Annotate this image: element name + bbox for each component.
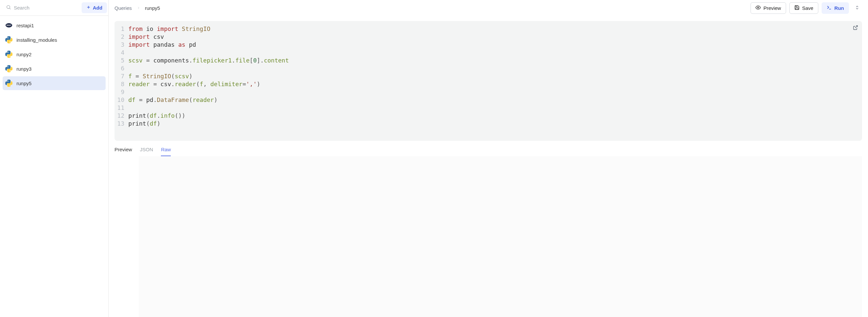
line-number: 2	[117, 33, 128, 41]
code-line[interactable]: 1from io import StringIO	[117, 25, 858, 33]
sidebar-item-label: installing_modules	[17, 37, 57, 43]
breadcrumb: Queries runpy5	[115, 5, 160, 11]
line-number: 3	[117, 41, 128, 49]
line-number: 1	[117, 25, 128, 33]
sidebar-item-label: runpy5	[17, 81, 32, 86]
line-number: 11	[117, 104, 128, 112]
preview-label: Preview	[763, 5, 781, 11]
code-line[interactable]: 8reader = csv.reader(f, delimiter=',')	[117, 80, 858, 88]
main: Queries runpy5 Preview Save	[108, 0, 868, 317]
sidebar-item-label: runpy3	[17, 66, 32, 72]
code-line[interactable]: 6	[117, 64, 858, 72]
code-line[interactable]: 11	[117, 104, 858, 112]
line-number: 12	[117, 112, 128, 120]
code-content[interactable]	[128, 88, 132, 96]
terminal-icon	[827, 5, 832, 11]
code-line[interactable]: 12print(df.info())	[117, 112, 858, 120]
sidebar-item-runpy2[interactable]: runpy2	[3, 47, 105, 61]
code-content[interactable]	[128, 64, 132, 72]
code-content[interactable]	[128, 104, 132, 112]
code-content[interactable]: print(df.info())	[128, 112, 185, 120]
plus-icon	[86, 5, 91, 10]
python-icon	[5, 65, 12, 72]
search-icon	[6, 5, 11, 11]
python-icon	[5, 51, 12, 58]
line-number: 6	[117, 64, 128, 72]
result-tabs: Preview JSON Raw	[115, 141, 862, 156]
add-label: Add	[93, 5, 102, 10]
chevrons-vertical-icon	[855, 6, 860, 11]
code-line[interactable]: 13print(df)	[117, 120, 858, 128]
code-line[interactable]: 5scsv = components.filepicker1.file[0].c…	[117, 57, 858, 64]
code-content[interactable]: scsv = components.filepicker1.file[0].co…	[128, 57, 289, 64]
line-number: 8	[117, 80, 128, 88]
line-number: 10	[117, 96, 128, 104]
code-content[interactable]: reader = csv.reader(f, delimiter=',')	[128, 80, 260, 88]
python-icon	[5, 36, 12, 43]
sidebar-item-runpy5[interactable]: runpy5	[3, 76, 105, 90]
tab-json[interactable]: JSON	[140, 147, 153, 156]
code-content[interactable]: print(df)	[128, 120, 161, 128]
svg-line-8	[855, 26, 858, 28]
line-number: 4	[117, 49, 128, 57]
preview-button[interactable]: Preview	[750, 2, 786, 14]
code-content[interactable]: f = StringIO(scsv)	[128, 72, 192, 80]
code-content[interactable]: import csv	[128, 33, 164, 41]
search-input[interactable]	[14, 5, 76, 10]
sidebar-header: Add	[0, 0, 108, 16]
chevron-right-icon	[136, 5, 141, 11]
code-line[interactable]: 4	[117, 49, 858, 57]
sidebar-item-label: runpy2	[17, 52, 32, 57]
content: 1from io import StringIO2import csv3impo…	[108, 16, 868, 317]
topbar-actions: Preview Save Run	[750, 2, 862, 14]
code-content[interactable]	[128, 49, 132, 57]
sidebar-item-label: restapi1	[17, 23, 34, 28]
svg-text:REST: REST	[7, 24, 11, 26]
save-label: Save	[802, 5, 813, 11]
save-button[interactable]: Save	[789, 2, 818, 14]
code-line[interactable]: 9	[117, 88, 858, 96]
line-number: 5	[117, 57, 128, 64]
line-number: 13	[117, 120, 128, 128]
code-line[interactable]: 2import csv	[117, 33, 858, 41]
sidebar-item-runpy3[interactable]: runpy3	[3, 62, 105, 76]
code-line[interactable]: 3import pandas as pd	[117, 41, 858, 49]
line-number: 7	[117, 72, 128, 80]
expand-icon[interactable]	[853, 24, 858, 32]
code-line[interactable]: 7f = StringIO(scsv)	[117, 72, 858, 80]
code-content[interactable]: import pandas as pd	[128, 41, 196, 49]
sidebar-list: RESTrestapi1installing_modulesrunpy2runp…	[0, 16, 108, 93]
code-content[interactable]: df = pd.DataFrame(reader)	[128, 96, 217, 104]
sidebar-item-restapi1[interactable]: RESTrestapi1	[3, 19, 105, 32]
sidebar: Add RESTrestapi1installing_modulesrunpy2…	[0, 0, 108, 317]
save-icon	[794, 5, 800, 11]
run-label: Run	[834, 5, 844, 11]
breadcrumb-current: runpy5	[145, 5, 160, 11]
tab-raw[interactable]: Raw	[161, 147, 171, 156]
line-number: 9	[117, 88, 128, 96]
topbar: Queries runpy5 Preview Save	[108, 0, 868, 16]
more-button[interactable]	[852, 3, 862, 13]
eye-icon	[755, 5, 761, 11]
rest-api-icon: REST	[5, 22, 12, 29]
sidebar-item-installing_modules[interactable]: installing_modules	[3, 33, 105, 47]
python-icon	[5, 80, 12, 87]
result-panel	[139, 156, 862, 317]
run-button[interactable]: Run	[822, 2, 849, 14]
add-button[interactable]: Add	[82, 2, 107, 13]
code-content[interactable]: from io import StringIO	[128, 25, 210, 33]
svg-point-6	[757, 7, 759, 8]
search-box[interactable]	[3, 3, 79, 12]
tab-preview[interactable]: Preview	[115, 147, 132, 156]
svg-line-1	[9, 8, 10, 9]
code-line[interactable]: 10df = pd.DataFrame(reader)	[117, 96, 858, 104]
code-editor[interactable]: 1from io import StringIO2import csv3impo…	[115, 21, 862, 141]
svg-point-0	[7, 6, 10, 8]
breadcrumb-root[interactable]: Queries	[115, 5, 132, 11]
